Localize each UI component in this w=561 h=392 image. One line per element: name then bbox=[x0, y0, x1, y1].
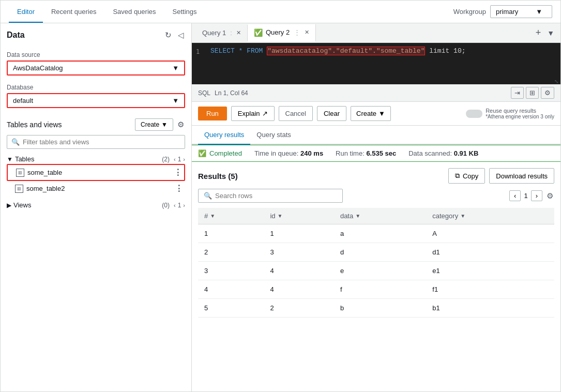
sort-icon-data: ▼ bbox=[355, 213, 360, 219]
editor-line-1: 1 SELECT * FROM "awsdatacatalog"."defaul… bbox=[196, 47, 556, 55]
editor-area[interactable]: 1 SELECT * FROM "awsdatacatalog"."defaul… bbox=[192, 43, 560, 84]
tables-toggle-icon[interactable]: ▼ bbox=[7, 156, 13, 163]
cell-category: d1 bbox=[426, 243, 554, 262]
tables-page-num: 1 bbox=[178, 156, 181, 163]
copy-button[interactable]: ⧉ Copy bbox=[448, 168, 485, 184]
workgroup-select[interactable]: primary ▼ bbox=[490, 5, 552, 18]
table-row: 4 4 f f1 bbox=[198, 280, 554, 299]
time-in-queue: Time in queue: 240 ms bbox=[254, 149, 323, 157]
table-menu-some-table2[interactable]: ⋮ bbox=[175, 184, 183, 193]
results-next-page[interactable]: › bbox=[531, 190, 542, 201]
run-time: Run time: 6.535 sec bbox=[336, 149, 396, 157]
action-bar: Run Explain ↗ Cancel Clear Create ▼ Reus… bbox=[192, 102, 560, 126]
add-query-tab-btn[interactable]: + bbox=[532, 27, 545, 38]
tables-pagination: ‹ 1 › bbox=[174, 156, 185, 163]
explain-external-icon: ↗ bbox=[262, 110, 268, 117]
results-tab-stats[interactable]: Query stats bbox=[250, 126, 297, 145]
tables-settings-icon[interactable]: ⚙ bbox=[176, 119, 185, 130]
cell-id: 2 bbox=[264, 299, 334, 318]
reuse-sublabel: *Athena engine version 3 only bbox=[486, 114, 554, 119]
download-button[interactable]: Download results bbox=[489, 168, 554, 184]
col-header-id[interactable]: id ▼ bbox=[264, 208, 334, 224]
table-name-some-table2: some_table2 bbox=[26, 185, 175, 192]
search-filter-row: 🔍 ‹ 1 › ⚙ bbox=[198, 189, 554, 203]
collapse-icon[interactable]: ◁ bbox=[177, 29, 185, 41]
filter-search-icon: 🔍 bbox=[11, 138, 20, 146]
workgroup-chevron-icon: ▼ bbox=[536, 8, 542, 16]
query-tab-1[interactable]: Query 1 : ✕ bbox=[196, 25, 248, 41]
cell-data: b bbox=[334, 299, 426, 318]
resize-handle[interactable]: ⤡ bbox=[554, 79, 558, 84]
table-item-some-table[interactable]: ⊞ some_table ⋮ bbox=[7, 164, 185, 181]
indent-icon[interactable]: ⇥ bbox=[511, 87, 524, 99]
cell-category: f1 bbox=[426, 280, 554, 299]
nav-tab-settings[interactable]: Settings bbox=[164, 2, 205, 23]
table-menu-some-table[interactable]: ⋮ bbox=[174, 168, 182, 177]
filter-search-box: 🔍 bbox=[7, 135, 185, 149]
tables-views-header: Tables and views Create ▼ ⚙ bbox=[7, 118, 185, 131]
table-row: 3 4 e e1 bbox=[198, 262, 554, 280]
data-source-value: AwsDataCatalog bbox=[13, 64, 63, 72]
results-table: # ▼ id ▼ data ▼ category ▼ bbox=[198, 208, 554, 318]
results-tab-results[interactable]: Query results bbox=[198, 126, 250, 145]
views-prev-page[interactable]: ‹ bbox=[174, 202, 176, 208]
tables-next-page[interactable]: › bbox=[183, 156, 185, 162]
explain-button[interactable]: Explain ↗ bbox=[231, 106, 275, 121]
query-tab-2[interactable]: ✅ Query 2 ⋮ ✕ bbox=[248, 24, 316, 42]
col-header-data[interactable]: data ▼ bbox=[334, 208, 426, 224]
results-settings-icon[interactable]: ⚙ bbox=[545, 190, 554, 202]
tables-section: ▼ Tables (2) ‹ 1 › ⊞ some_table ⋮ ⊞ bbox=[7, 154, 185, 196]
sort-icon-num: ▼ bbox=[210, 213, 215, 219]
col-header-num[interactable]: # ▼ bbox=[198, 208, 264, 224]
status-success-icon: ✅ bbox=[198, 149, 206, 157]
table-icon-some-table: ⊞ bbox=[16, 169, 24, 177]
views-toggle-icon[interactable]: ▶ bbox=[7, 202, 11, 209]
data-scanned: Data scanned: 0.91 KB bbox=[408, 149, 478, 157]
create-table-chevron-icon: ▼ bbox=[161, 121, 168, 128]
create-table-label: Create bbox=[141, 121, 159, 128]
tables-section-count: (2) bbox=[162, 156, 170, 163]
views-next-page[interactable]: › bbox=[183, 202, 185, 208]
col-header-category[interactable]: category ▼ bbox=[426, 208, 554, 224]
table-header-row: # ▼ id ▼ data ▼ category ▼ bbox=[198, 208, 554, 224]
settings-sql-icon[interactable]: ⚙ bbox=[541, 87, 554, 99]
search-rows-icon: 🔍 bbox=[204, 192, 212, 200]
table-icon-some-table2: ⊞ bbox=[15, 185, 23, 193]
nav-tab-editor[interactable]: Editor bbox=[9, 2, 43, 23]
nav-tab-saved[interactable]: Saved queries bbox=[104, 2, 164, 23]
time-in-queue-value: 240 ms bbox=[300, 149, 323, 157]
cell-id: 4 bbox=[264, 280, 334, 299]
tables-prev-page[interactable]: ‹ bbox=[174, 156, 176, 162]
cell-id: 4 bbox=[264, 262, 334, 280]
database-select[interactable]: default ▼ bbox=[7, 93, 185, 108]
run-button[interactable]: Run bbox=[198, 107, 227, 120]
table-name-some-table: some_table bbox=[27, 169, 174, 176]
reuse-toggle[interactable] bbox=[466, 110, 482, 118]
results-prev-page[interactable]: ‹ bbox=[509, 190, 521, 201]
table-row: 5 2 b b1 bbox=[198, 299, 554, 318]
create-button[interactable]: Create ▼ bbox=[351, 106, 391, 121]
results-area: Results (5) ⧉ Copy Download results 🔍 bbox=[192, 162, 560, 391]
tables-section-name: Tables bbox=[15, 155, 162, 163]
app-container: Editor Recent queries Saved queries Sett… bbox=[0, 0, 561, 392]
nav-tab-recent[interactable]: Recent queries bbox=[43, 2, 104, 23]
refresh-icon[interactable]: ↻ bbox=[164, 29, 173, 41]
cell-num: 5 bbox=[198, 299, 264, 318]
sidebar-title: Data bbox=[7, 31, 25, 40]
search-rows-input[interactable] bbox=[215, 192, 337, 200]
results-tabs: Query results Query stats bbox=[192, 126, 560, 145]
cell-num: 3 bbox=[198, 262, 264, 280]
clear-button[interactable]: Clear bbox=[317, 106, 346, 121]
query-tab-2-close[interactable]: ✕ bbox=[305, 29, 309, 36]
filter-tables-input[interactable] bbox=[23, 138, 180, 146]
tables-views-title: Tables and views bbox=[7, 120, 62, 129]
data-source-select[interactable]: AwsDataCatalog ▼ bbox=[7, 61, 185, 76]
more-tabs-btn[interactable]: ▼ bbox=[545, 29, 556, 37]
workgroup-label: Workgroup bbox=[453, 8, 486, 16]
query-tab-1-close[interactable]: ✕ bbox=[236, 29, 241, 36]
cell-data: e bbox=[334, 262, 426, 280]
create-table-btn[interactable]: Create ▼ bbox=[135, 118, 173, 131]
table-view-icon[interactable]: ⊞ bbox=[526, 87, 539, 99]
cancel-button[interactable]: Cancel bbox=[279, 106, 313, 121]
table-item-some-table2[interactable]: ⊞ some_table2 ⋮ bbox=[7, 181, 185, 196]
